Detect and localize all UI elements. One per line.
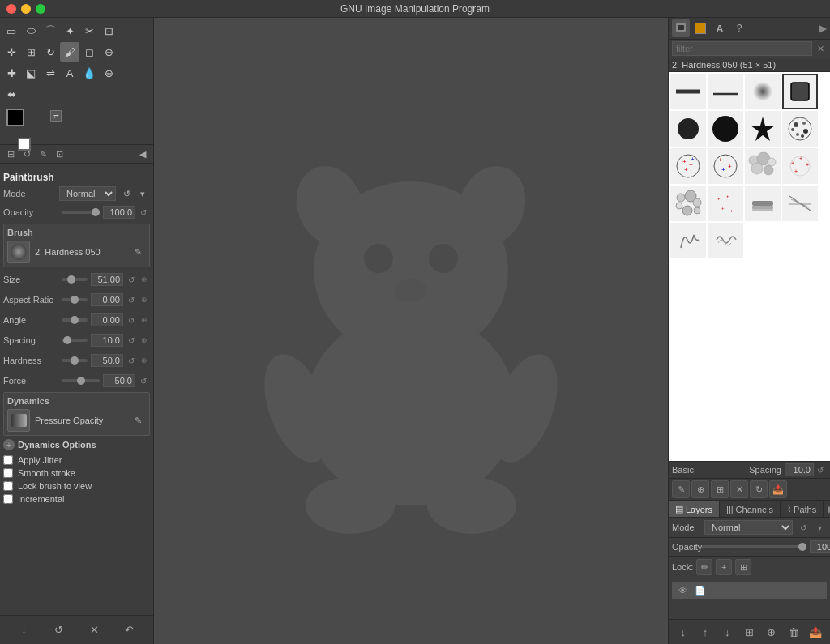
tool-text[interactable]: A [60, 63, 79, 83]
size-reset[interactable]: ↺ [125, 273, 138, 286]
brush-duplicate-action[interactable]: ⊞ [711, 480, 729, 498]
force-value[interactable] [103, 374, 135, 387]
tool-clone[interactable]: ⊕ [99, 42, 118, 62]
layers-mode-chain[interactable]: ▾ [812, 520, 827, 535]
dynamics-options-header[interactable]: + Dynamics Options [3, 439, 150, 450]
angle-chain[interactable]: ⊕ [139, 314, 150, 326]
hardness-reset[interactable]: ↺ [125, 354, 138, 367]
layer-visibility-btn[interactable]: 👁 [675, 583, 690, 598]
size-chain[interactable]: ⊕ [139, 274, 150, 285]
mode-chain[interactable]: ▾ [135, 186, 150, 201]
canvas-area[interactable] [154, 18, 668, 644]
brush-cell-hard-xl[interactable] [708, 111, 743, 147]
maximize-button[interactable] [36, 4, 45, 14]
new-layer-btn[interactable]: ↓ [674, 623, 692, 641]
duplicate-layer-btn[interactable]: ⊞ [740, 623, 758, 641]
brush-cell-line-diag[interactable] [708, 74, 743, 109]
mode-reset[interactable]: ↺ [119, 186, 134, 201]
hardness-chain[interactable]: ⊕ [139, 355, 150, 366]
hardness-value[interactable] [91, 354, 123, 367]
aspect-ratio-reset[interactable]: ↺ [125, 293, 138, 306]
smooth-stroke-checkbox[interactable] [3, 468, 13, 478]
options-icon-4[interactable]: ⊡ [52, 147, 66, 161]
tool-perspective[interactable]: ⬕ [21, 63, 41, 83]
raise-layer-btn[interactable]: ↑ [696, 623, 714, 641]
tool-crop[interactable]: ⊡ [99, 21, 118, 41]
options-collapse[interactable]: ◀ [135, 147, 150, 161]
layer-row[interactable]: 👁 📄 [672, 582, 827, 599]
tab-paths[interactable]: ⌇ Paths [781, 501, 824, 517]
merge-layer-btn[interactable]: ⊕ [763, 623, 781, 641]
font-tab-icon[interactable]: A [711, 19, 729, 37]
brush-cell-texture10[interactable] [670, 223, 706, 258]
export-layer-btn[interactable]: 📤 [806, 623, 824, 641]
brush-cell-texture6[interactable] [670, 186, 706, 221]
tool-rotate[interactable]: ↻ [41, 42, 60, 62]
minimize-button[interactable] [21, 4, 31, 14]
brush-filter-input[interactable] [672, 41, 812, 56]
tool-eraser[interactable]: ◻ [79, 42, 99, 62]
size-slider[interactable] [62, 278, 88, 281]
swap-colors-button[interactable]: ⇄ [50, 110, 62, 122]
aspect-ratio-value[interactable] [91, 293, 123, 306]
aspect-ratio-slider[interactable] [62, 298, 88, 301]
apply-jitter-checkbox[interactable] [3, 455, 13, 465]
brush-cell-texture9[interactable] [782, 186, 818, 221]
mode-select[interactable]: Normal Dissolve Multiply [59, 186, 116, 201]
filter-clear-icon[interactable]: ✕ [814, 42, 827, 55]
reset-bottom-btn[interactable]: ↺ [50, 621, 68, 639]
lock-brush-checkbox[interactable] [3, 481, 13, 491]
tool-heal[interactable]: ✚ [2, 63, 21, 83]
opacity-value[interactable] [103, 206, 135, 219]
background-color[interactable] [18, 138, 31, 151]
force-reset[interactable]: ↺ [137, 374, 150, 387]
tool-free-select[interactable]: ⌒ [41, 21, 60, 41]
brush-cell-texture7[interactable]: + + + + + [708, 186, 743, 221]
dynamics-thumbnail[interactable] [7, 409, 30, 432]
brush-cell-star[interactable] [745, 111, 781, 147]
aspect-ratio-chain[interactable]: ⊕ [139, 294, 150, 305]
layers-panel-close[interactable]: ▶ [824, 502, 830, 516]
apply-jitter-row[interactable]: Apply Jitter [3, 454, 150, 467]
incremental-row[interactable]: Incremental [3, 493, 150, 505]
color-selector[interactable] [6, 109, 39, 138]
spacing-input[interactable] [785, 463, 814, 476]
incremental-checkbox[interactable] [3, 494, 13, 504]
brush-cell-texture2[interactable]: + + + + [670, 148, 706, 184]
foreground-color[interactable] [6, 109, 24, 126]
tool-move[interactable]: ✛ [2, 42, 21, 62]
brush-cell-hard-lg[interactable] [670, 111, 706, 147]
size-value[interactable] [91, 273, 123, 286]
layers-opacity-slider[interactable] [702, 545, 806, 548]
brush-cell-soft-sm[interactable] [745, 74, 781, 109]
brush-cell-line-h[interactable] [670, 74, 706, 109]
tool-flip[interactable]: ⇌ [41, 63, 60, 83]
hardness-slider[interactable] [62, 359, 88, 362]
layers-mode-select[interactable]: Normal [704, 520, 793, 535]
tool-paintbrush[interactable]: 🖌 [60, 42, 79, 62]
lower-layer-btn[interactable]: ↓ [718, 623, 736, 641]
brush-cell-texture11[interactable] [708, 223, 743, 258]
brush-cell-texture5[interactable]: + + + + [782, 148, 818, 184]
brush-edit-button[interactable]: ✎ [130, 244, 146, 260]
tool-ellipse-select[interactable]: ⬭ [21, 21, 41, 41]
angle-slider[interactable] [62, 318, 88, 322]
tab-channels[interactable]: ||| Channels [720, 502, 781, 517]
angle-reset[interactable]: ↺ [125, 313, 138, 326]
tool-align[interactable]: ⊞ [21, 42, 41, 62]
save-bottom-btn[interactable]: ↓ [15, 621, 33, 639]
angle-value[interactable] [91, 313, 123, 326]
help-tab-icon[interactable]: ? [730, 19, 748, 37]
tool-zoom[interactable]: ⊕ [99, 63, 118, 83]
dynamics-edit-button[interactable]: ✎ [130, 412, 146, 429]
tab-layers[interactable]: ▤ Layers [669, 501, 720, 517]
opacity-reset[interactable]: ↺ [137, 206, 150, 219]
brush-export-action[interactable]: 📤 [769, 480, 787, 498]
brush-cell-hard-sel[interactable] [782, 74, 818, 109]
opacity-slider[interactable] [62, 211, 100, 214]
force-slider[interactable] [62, 379, 100, 382]
lock-brush-row[interactable]: Lock brush to view [3, 480, 150, 493]
options-icon-1[interactable]: ⊞ [3, 147, 18, 161]
tool-rect-select[interactable]: ▭ [2, 21, 21, 41]
spacing-reset-btn[interactable]: ↺ [814, 463, 827, 476]
